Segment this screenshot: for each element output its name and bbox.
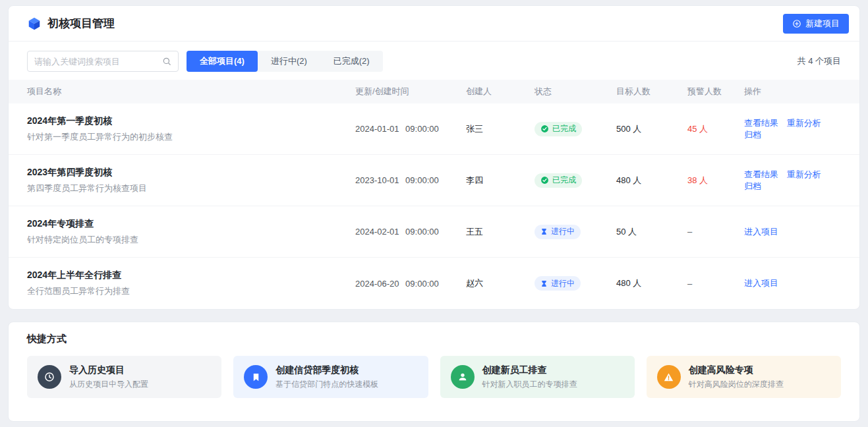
status-label: 进行中 [551, 278, 575, 289]
shortcut-desc: 针对高风险岗位的深度排查 [689, 379, 784, 390]
status-badge: 进行中 [535, 276, 581, 291]
row-actions: 查看结果 重新分析 归档 [744, 117, 841, 141]
enter-project-link[interactable]: 进入项目 [744, 227, 778, 237]
reanalyze-link[interactable]: 重新分析 [787, 169, 821, 179]
project-creator: 张三 [466, 123, 535, 135]
warning-triangle-icon [657, 365, 681, 389]
shortcut-new-employee-check[interactable]: 创建新员工排查 针对新入职员工的专项排查 [440, 356, 635, 398]
table-row: 2024年专项排查 针对特定岗位员工的专项排查 2024-02-01 09:00… [9, 206, 859, 258]
project-time: 2023-10-01 09:00:00 [355, 175, 466, 185]
page-title: 初核项目管理 [47, 16, 115, 31]
cube-icon [27, 16, 42, 31]
target-count: 480 人 [616, 175, 687, 186]
hourglass-icon [540, 280, 548, 287]
warning-count: 38 人 [687, 175, 744, 186]
project-time: 2024-02-01 09:00:00 [355, 227, 466, 237]
status-badge: 已完成 [535, 122, 582, 136]
page-header-left: 初核项目管理 [27, 16, 115, 31]
search-input[interactable] [34, 57, 162, 67]
col-header-warning: 预警人数 [687, 86, 744, 98]
shortcut-desc: 从历史项目中导入配置 [69, 379, 148, 390]
row-actions: 进入项目 [744, 226, 841, 238]
view-results-link[interactable]: 查看结果 [744, 118, 778, 128]
project-status-cell: 已完成 [535, 122, 616, 136]
shortcut-import-history[interactable]: 导入历史项目 从历史项目中导入配置 [27, 356, 221, 398]
shortcut-text: 创建信贷部季度初核 基于信贷部门特点的快速模板 [275, 364, 378, 390]
status-label: 进行中 [551, 226, 575, 237]
target-count: 480 人 [616, 277, 687, 289]
col-header-status: 状态 [535, 86, 616, 98]
shortcut-text: 创建新员工排查 针对新入职员工的专项排查 [482, 364, 577, 390]
warning-count: 45 人 [687, 123, 744, 135]
project-status-cell: 进行中 [535, 276, 616, 291]
status-badge: 已完成 [535, 173, 582, 188]
target-count: 500 人 [616, 123, 687, 135]
shortcuts-grid: 导入历史项目 从历史项目中导入配置 创建信贷部季度初核 基于信贷部门特点的快速模… [27, 356, 841, 398]
shortcut-high-risk-special[interactable]: 创建高风险专项 针对高风险岗位的深度排查 [647, 356, 841, 398]
tab-all-projects[interactable]: 全部项目(4) [187, 51, 258, 72]
archive-link[interactable]: 归档 [744, 181, 761, 191]
hourglass-icon [540, 228, 548, 235]
project-status-cell: 进行中 [535, 225, 616, 239]
page-header: 初核项目管理 新建项目 [9, 6, 859, 42]
warning-count: – [687, 227, 744, 237]
check-circle-icon [540, 125, 549, 133]
view-results-link[interactable]: 查看结果 [744, 169, 778, 179]
status-label: 已完成 [552, 123, 576, 134]
bookmark-icon [244, 365, 268, 389]
project-creator: 王五 [466, 226, 535, 238]
shortcuts-title: 快捷方式 [27, 333, 841, 345]
project-creator: 赵六 [466, 277, 535, 289]
target-count: 50 人 [616, 226, 687, 238]
project-management-panel: 初核项目管理 新建项目 [8, 5, 860, 310]
shortcut-title: 创建新员工排查 [482, 364, 577, 376]
table-header: 项目名称 更新/创建时间 创建人 状态 目标人数 预警人数 操作 [9, 80, 859, 103]
search-box[interactable] [27, 51, 179, 72]
col-header-time: 更新/创建时间 [355, 86, 466, 98]
plus-circle-icon [792, 19, 801, 28]
project-desc: 针对特定岗位员工的专项排查 [27, 234, 355, 246]
shortcut-text: 创建高风险专项 针对高风险岗位的深度排查 [689, 364, 784, 390]
project-name-cell: 2024年专项排查 针对特定岗位员工的专项排查 [27, 218, 355, 246]
user-icon [451, 365, 475, 389]
project-name: 2024年专项排查 [27, 218, 355, 230]
total-count-text: 共 4 个项目 [797, 55, 841, 67]
shortcut-title: 创建高风险专项 [689, 364, 784, 376]
status-label: 已完成 [552, 175, 576, 186]
search-icon[interactable] [162, 57, 171, 66]
tab-completed[interactable]: 已完成(2) [320, 51, 383, 72]
new-project-button[interactable]: 新建项目 [783, 14, 849, 34]
shortcut-desc: 基于信贷部门特点的快速模板 [275, 379, 378, 390]
col-header-name: 项目名称 [27, 86, 355, 98]
shortcut-title: 导入历史项目 [69, 364, 148, 376]
project-time: 2024-06-20 09:00:00 [355, 279, 466, 289]
shortcuts-panel: 快捷方式 导入历史项目 从历史项目中导入配置 [8, 322, 860, 422]
project-desc: 全行范围员工异常行为排查 [27, 285, 355, 297]
project-name: 2024年第一季度初核 [27, 115, 355, 127]
shortcut-text: 导入历史项目 从历史项目中导入配置 [69, 364, 148, 390]
reanalyze-link[interactable]: 重新分析 [787, 118, 821, 128]
col-header-creator: 创建人 [466, 86, 535, 98]
project-status-cell: 已完成 [535, 173, 616, 188]
col-header-actions: 操作 [744, 86, 841, 98]
shortcut-title: 创建信贷部季度初核 [275, 364, 378, 376]
filter-tabs: 全部项目(4) 进行中(2) 已完成(2) [187, 51, 383, 72]
new-project-button-label: 新建项目 [805, 18, 840, 30]
table-row: 2024年第一季度初核 针对第一季度员工异常行为的初步核查 2024-01-01… [9, 103, 859, 155]
project-time: 2024-01-01 09:00:00 [355, 124, 466, 134]
project-name-cell: 2023年第四季度初核 第四季度员工异常行为核查项目 [27, 167, 355, 194]
archive-link[interactable]: 归档 [744, 130, 761, 140]
col-header-target: 目标人数 [616, 86, 687, 98]
project-name: 2023年第四季度初核 [27, 167, 355, 179]
warning-count: – [687, 279, 744, 289]
check-circle-icon [540, 176, 549, 185]
enter-project-link[interactable]: 进入项目 [744, 278, 778, 288]
shortcut-credit-dept-template[interactable]: 创建信贷部季度初核 基于信贷部门特点的快速模板 [233, 356, 428, 398]
history-icon [38, 365, 61, 389]
tab-in-progress[interactable]: 进行中(2) [258, 51, 320, 72]
status-badge: 进行中 [535, 225, 581, 239]
project-creator: 李四 [466, 175, 535, 186]
project-desc: 第四季度员工异常行为核查项目 [27, 183, 355, 194]
table-row: 2024年上半年全行排查 全行范围员工异常行为排查 2024-06-20 09:… [9, 258, 859, 309]
shortcut-desc: 针对新入职员工的专项排查 [482, 379, 577, 390]
